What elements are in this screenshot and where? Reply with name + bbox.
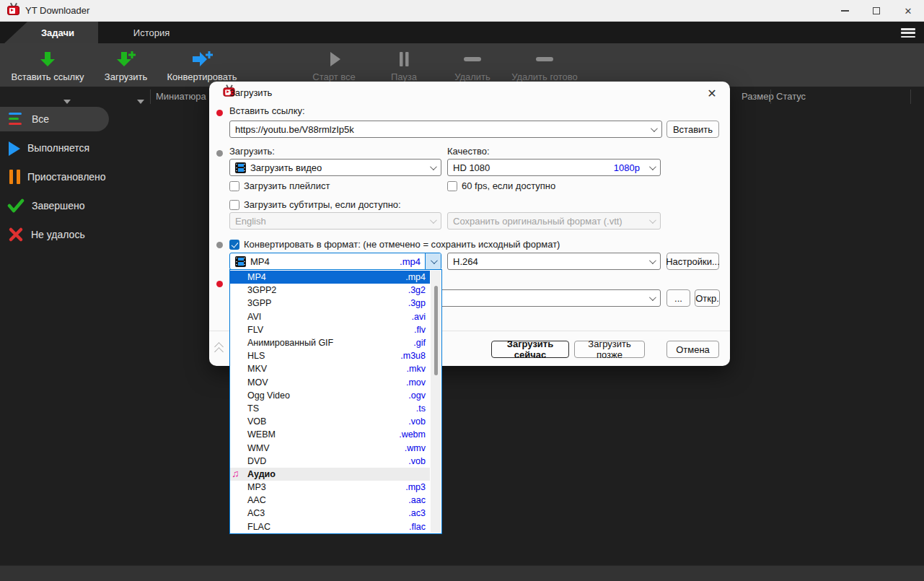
format-option[interactable]: AC3.ac3 bbox=[230, 507, 430, 520]
dialog-close-icon[interactable]: ✕ bbox=[704, 86, 720, 102]
pause-icon bbox=[392, 49, 416, 69]
url-combobox[interactable]: https://youtu.be/V88rmlzIp5k bbox=[229, 121, 662, 138]
format-option[interactable]: VOB.vob bbox=[230, 415, 430, 428]
codec-combobox[interactable]: H.264 bbox=[447, 253, 661, 270]
format-extension: .wmv bbox=[405, 443, 426, 453]
start-all-button[interactable]: Старт все bbox=[298, 46, 370, 84]
cancel-button[interactable]: Отмена bbox=[666, 341, 719, 358]
format-name: FLV bbox=[247, 325, 263, 335]
sidebar-item-running[interactable]: Выполняется bbox=[0, 136, 144, 160]
format-name: VOB bbox=[247, 416, 266, 427]
status-strip bbox=[0, 565, 924, 581]
format-option[interactable]: MKV.mkv bbox=[230, 362, 430, 375]
checkbox-unchecked[interactable] bbox=[229, 181, 239, 191]
format-extension: .flac bbox=[409, 522, 426, 532]
format-name: MOV bbox=[247, 377, 268, 388]
download-type-combobox[interactable]: Загрузить видео bbox=[229, 159, 441, 176]
format-extension: .ogv bbox=[408, 390, 426, 401]
delete-done-button[interactable]: Удалить готово bbox=[505, 46, 584, 84]
minus-icon bbox=[532, 49, 557, 69]
format-option[interactable]: AAC.aac bbox=[230, 494, 430, 507]
chevron-down-icon[interactable] bbox=[649, 294, 656, 301]
section-bullet bbox=[216, 242, 223, 248]
format-option[interactable]: DVD.vob bbox=[230, 455, 430, 468]
format-dropdown-list: MP4.mp43GPP2.3g23GPP.3gpAVI.aviFLV.flvАн… bbox=[229, 269, 442, 534]
format-extension: .mp4 bbox=[405, 272, 426, 282]
format-option[interactable]: MP4.mp4 bbox=[230, 271, 430, 284]
chevron-down-icon[interactable] bbox=[649, 163, 656, 170]
checkbox-unchecked[interactable] bbox=[229, 200, 239, 210]
download-dropdown-icon[interactable] bbox=[137, 100, 144, 104]
format-option[interactable]: 3GPP2.3g2 bbox=[230, 284, 430, 297]
scrollbar-thumb[interactable] bbox=[434, 286, 438, 375]
format-extension: .m3u8 bbox=[400, 351, 426, 361]
column-thumbnail[interactable]: Миниатюра bbox=[156, 91, 206, 102]
paste-link-button[interactable]: Вставить ссылку bbox=[4, 46, 91, 84]
quality-combobox[interactable]: HD 1080 1080p bbox=[447, 159, 661, 176]
column-size[interactable]: Размер bbox=[742, 91, 774, 102]
sidebar-item-completed[interactable]: Завершено bbox=[0, 193, 144, 218]
close-button[interactable]: ✕ bbox=[892, 0, 924, 22]
paste-link-dropdown-icon[interactable] bbox=[63, 100, 71, 104]
format-group-header: ♫Аудио bbox=[230, 468, 430, 481]
window-title: YT Downloader bbox=[25, 5, 89, 16]
format-option[interactable]: WMV.wmv bbox=[230, 441, 430, 454]
format-option[interactable]: 3GPP.3gp bbox=[230, 297, 430, 310]
tab-history[interactable]: История bbox=[101, 22, 202, 43]
format-option[interactable]: AVI.avi bbox=[230, 310, 430, 323]
checkbox-checked[interactable] bbox=[229, 240, 239, 250]
chevron-down-icon[interactable] bbox=[430, 163, 437, 170]
maximize-button[interactable] bbox=[861, 0, 892, 22]
format-option[interactable]: FLAC.flac bbox=[230, 520, 430, 533]
format-name: Ogg Video bbox=[247, 390, 290, 401]
download-now-button[interactable]: Загрузить сейчас bbox=[491, 341, 569, 358]
format-name: DVD bbox=[247, 456, 266, 466]
format-option[interactable]: HLS.m3u8 bbox=[230, 349, 430, 362]
tab-tasks[interactable]: Задачи bbox=[4, 22, 98, 43]
settings-button[interactable]: Настройки... bbox=[666, 253, 719, 270]
minimize-button[interactable] bbox=[829, 0, 861, 22]
format-option[interactable]: FLV.flv bbox=[230, 323, 430, 336]
format-option[interactable]: Ogg Video.ogv bbox=[230, 389, 430, 402]
playlist-checkbox[interactable]: Загрузить плейлист bbox=[229, 180, 330, 191]
quality-label: Качество: bbox=[447, 146, 490, 157]
format-option[interactable]: TS.ts bbox=[230, 402, 430, 415]
open-folder-button[interactable]: Откр. bbox=[695, 289, 720, 307]
checkbox-unchecked[interactable] bbox=[447, 181, 457, 191]
sidebar-item-paused[interactable]: Приостановлено bbox=[0, 165, 144, 189]
format-option[interactable]: Анимированный GIF.gif bbox=[230, 336, 430, 349]
download-later-button[interactable]: Загрузить позже bbox=[574, 341, 645, 358]
column-status[interactable]: Статус bbox=[776, 91, 806, 102]
paused-pause-icon bbox=[9, 170, 20, 184]
format-extension: .mp3 bbox=[405, 482, 426, 492]
convert-button[interactable]: Конвертировать bbox=[155, 46, 249, 84]
pause-button[interactable]: Пауза bbox=[375, 46, 433, 84]
sidebar-item-failed[interactable]: Не удалось bbox=[0, 222, 144, 247]
subtitles-checkbox[interactable]: Загрузить субтитры, если доступно: bbox=[229, 199, 401, 210]
tab-bar: Задачи История bbox=[0, 22, 924, 43]
menu-icon[interactable] bbox=[899, 27, 917, 39]
format-name: MP4 bbox=[247, 272, 266, 282]
format-combobox[interactable]: MP4 .mp4 bbox=[229, 253, 441, 270]
chevron-down-icon[interactable] bbox=[651, 125, 658, 132]
dropdown-scrollbar[interactable] bbox=[431, 271, 441, 533]
collapse-dialog-icon[interactable] bbox=[214, 341, 228, 359]
download-arrow-icon bbox=[35, 49, 60, 69]
convert-checkbox[interactable]: Конвертировать в формат: (не отмечено = … bbox=[229, 239, 560, 250]
download-button[interactable]: Загрузить bbox=[88, 46, 164, 84]
browse-button[interactable]: ... bbox=[666, 289, 690, 307]
format-name: WEBM bbox=[247, 429, 276, 440]
format-option[interactable]: WEBM.webm bbox=[230, 428, 430, 441]
subtitle-language-combobox: English bbox=[229, 212, 441, 230]
failed-x-icon bbox=[8, 227, 24, 243]
sidebar-item-all[interactable]: Все bbox=[0, 107, 144, 131]
chevron-down-icon bbox=[430, 217, 437, 224]
chevron-down-icon[interactable] bbox=[649, 257, 656, 264]
format-option[interactable]: MOV.mov bbox=[230, 376, 430, 389]
fps-checkbox[interactable]: 60 fps, если доступно bbox=[447, 180, 555, 191]
paste-button[interactable]: Вставить bbox=[666, 121, 719, 138]
download-plus-icon bbox=[114, 49, 138, 69]
delete-button[interactable]: Удалить bbox=[440, 46, 505, 84]
format-option[interactable]: MP3.mp3 bbox=[230, 481, 430, 494]
video-film-icon bbox=[235, 162, 246, 173]
